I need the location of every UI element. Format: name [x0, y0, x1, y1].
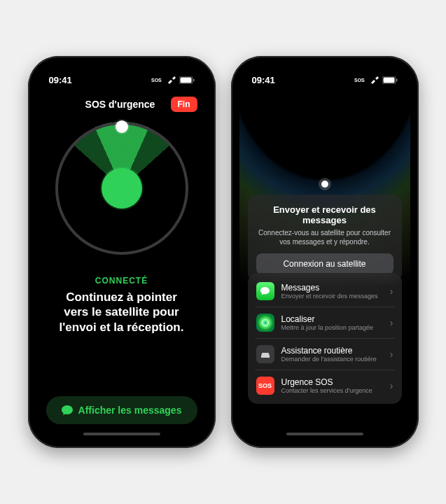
connection-status: CONNECTÉ — [36, 276, 207, 286]
nav-header: SOS d'urgence Fin — [36, 97, 207, 112]
chat-bubble-icon — [62, 405, 73, 416]
sos-status-icon: SOS — [151, 76, 164, 83]
sos-app-icon: SOS — [256, 377, 274, 395]
show-messages-button[interactable]: Afficher les messages — [46, 396, 197, 424]
svg-rect-2 — [180, 77, 191, 83]
row-text: Localiser Mettre à jour la position part… — [281, 314, 383, 331]
roadside-app-icon — [256, 345, 274, 363]
svg-text:SOS: SOS — [151, 78, 162, 83]
connect-card: Envoyer et recevoir des messages Connect… — [248, 195, 402, 283]
row-subtitle: Contacter les services d'urgence — [281, 387, 383, 394]
satellite-icon — [370, 76, 379, 84]
status-time: 09:41 — [252, 75, 275, 85]
connect-satellite-button[interactable]: Connexion au satellite — [256, 253, 393, 274]
phone-left: 09:41 SOS SOS d'urgence Fin CONNECTÉ Con… — [28, 56, 216, 448]
bottom-actions: Afficher les messages — [46, 396, 197, 424]
messages-app-icon — [256, 282, 274, 300]
row-text: Messages Envoyer et recevoir des message… — [281, 283, 383, 300]
status-right: SOS — [151, 76, 195, 84]
satellite-icon — [167, 76, 176, 84]
row-text: Urgence SOS Contacter les services d'urg… — [281, 377, 383, 394]
row-title: Localiser — [281, 314, 383, 324]
phone-right: 09:41 SOS Envoyer et recevoir des messag… — [231, 56, 419, 448]
connect-card-subtitle: Connectez-vous au satellite pour consult… — [256, 228, 393, 246]
dynamic-island — [95, 71, 149, 88]
row-title: Assistance routière — [281, 346, 383, 356]
home-indicator[interactable] — [286, 433, 363, 435]
status-right: SOS — [354, 76, 398, 84]
sos-status-icon: SOS — [354, 76, 367, 83]
findmy-app-icon — [256, 314, 274, 332]
row-messages[interactable]: Messages Envoyer et recevoir des message… — [255, 276, 395, 307]
svg-point-9 — [264, 321, 266, 323]
svg-text:SOS: SOS — [354, 78, 365, 83]
status-time: 09:41 — [49, 75, 72, 85]
screen-sos: 09:41 SOS SOS d'urgence Fin CONNECTÉ Con… — [36, 64, 207, 440]
row-subtitle: Envoyer et recevoir des messages — [281, 293, 383, 300]
instruction-text: Continuez à pointer vers le satellite po… — [53, 290, 190, 335]
row-text: Assistance routière Demander de l'assist… — [281, 346, 383, 363]
compass-radar — [55, 122, 188, 255]
battery-icon — [179, 76, 195, 84]
chevron-right-icon: › — [390, 286, 393, 297]
satellite-compass — [36, 122, 207, 255]
services-list: Messages Envoyer et recevoir des message… — [248, 273, 402, 404]
satellite-position-dot — [116, 120, 128, 133]
dynamic-island — [298, 71, 352, 88]
row-title: Urgence SOS — [281, 377, 383, 387]
screen-satellite-menu: 09:41 SOS Envoyer et recevoir des messag… — [239, 64, 410, 440]
row-roadside[interactable]: Assistance routière Demander de l'assist… — [255, 339, 395, 370]
home-indicator[interactable] — [83, 433, 160, 435]
chevron-right-icon: › — [390, 317, 393, 328]
location-marker — [321, 181, 328, 188]
svg-rect-7 — [396, 78, 398, 81]
row-subtitle: Mettre à jour la position partagée — [281, 324, 383, 331]
row-findmy[interactable]: Localiser Mettre à jour la position part… — [255, 307, 395, 339]
connect-card-title: Envoyer et recevoir des messages — [256, 204, 393, 225]
row-title: Messages — [281, 283, 383, 293]
row-sos[interactable]: SOS Urgence SOS Contacter les services d… — [255, 370, 395, 401]
svg-rect-3 — [193, 78, 195, 81]
svg-rect-6 — [383, 77, 394, 83]
show-messages-label: Afficher les messages — [78, 405, 182, 416]
battery-icon — [382, 76, 398, 84]
chevron-right-icon: › — [390, 380, 393, 391]
row-subtitle: Demander de l'assistance routière — [281, 356, 383, 363]
end-button[interactable]: Fin — [171, 97, 197, 112]
compass-core — [102, 168, 142, 209]
chevron-right-icon: › — [390, 349, 393, 360]
nav-title: SOS d'urgence — [70, 99, 171, 110]
